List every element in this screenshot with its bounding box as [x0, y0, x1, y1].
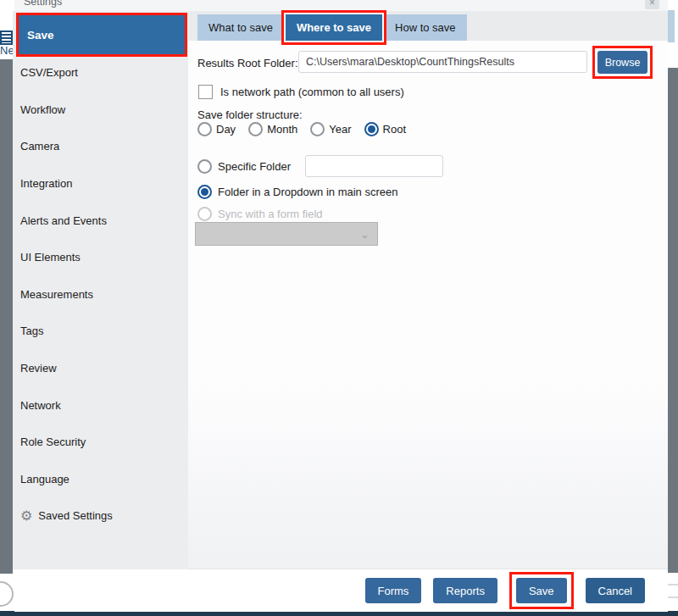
sidebar-item-saved-settings[interactable]: ⚙ Saved Settings — [13, 497, 188, 535]
folder-dropdown-label: Folder in a Dropdown in main screen — [218, 186, 397, 198]
sidebar-item-review[interactable]: Review — [13, 350, 188, 387]
sidebar-item-workflow[interactable]: Workflow — [13, 92, 188, 129]
radio-month — [248, 122, 263, 136]
sidebar-item-camera[interactable]: Camera — [13, 128, 188, 165]
results-root-folder-input[interactable] — [298, 51, 587, 73]
background-panel-fragment — [668, 10, 675, 42]
browse-annotation-box: Browse — [592, 46, 653, 79]
save-annotation-box: Save — [509, 572, 574, 609]
settings-dialog-screen: Nex Settings × Save CSV/Export Workflow … — [0, 0, 678, 616]
radio-day — [197, 122, 212, 136]
sidebar-item-ui-elements[interactable]: UI Elements — [13, 239, 188, 276]
radio-option-day[interactable]: Day — [197, 122, 236, 136]
radio-specific-folder[interactable] — [197, 159, 212, 174]
form-icon — [0, 31, 13, 45]
sidebar-item-integration[interactable]: Integration — [13, 165, 188, 203]
settings-sidebar: Save CSV/Export Workflow Camera Integrat… — [13, 11, 188, 569]
chevron-down-icon: ⌄ — [360, 229, 370, 240]
results-root-folder-label: Results Root Folder: — [197, 57, 298, 69]
network-path-label: Is network path (common to all users) — [220, 86, 404, 98]
form-field-select: ⌄ — [195, 222, 378, 246]
sync-form-field-label: Sync with a form field — [218, 208, 323, 220]
reports-button[interactable]: Reports — [433, 578, 497, 603]
close-icon[interactable]: × — [645, 0, 659, 9]
folder-structure-label: Save folder structure: — [197, 108, 303, 121]
background-circle-control — [0, 581, 14, 607]
sync-form-field-row: Sync with a form field — [197, 207, 323, 221]
radio-option-year[interactable]: Year — [310, 122, 351, 136]
sidebar-item-network[interactable]: Network — [13, 386, 188, 424]
dialog-footer: Forms Reports Save Cancel — [14, 569, 668, 612]
save-button[interactable]: Save — [516, 578, 567, 603]
radio-option-root[interactable]: Root — [364, 122, 406, 136]
radio-year — [310, 122, 325, 136]
folder-dropdown-row: Folder in a Dropdown in main screen — [197, 185, 397, 199]
sidebar-item-alerts-and-events[interactable]: Alerts and Events — [13, 202, 188, 239]
dialog-title: Settings — [24, 0, 62, 8]
where-to-save-panel: Results Root Folder: Browse Is network p… — [188, 41, 668, 569]
network-path-checkbox[interactable] — [198, 85, 213, 99]
sidebar-item-role-security[interactable]: Role Security — [13, 424, 188, 461]
forms-button[interactable]: Forms — [365, 578, 422, 603]
network-path-row: Is network path (common to all users) — [198, 85, 404, 99]
tab-where-to-save[interactable]: Where to save — [286, 14, 382, 41]
radio-option-month[interactable]: Month — [248, 122, 297, 136]
specific-folder-input[interactable] — [305, 155, 443, 177]
background-window-left-edge — [0, 59, 13, 574]
gear-icon: ⚙ — [20, 509, 32, 523]
sidebar-item-save[interactable]: Save — [19, 15, 185, 54]
specific-folder-label: Specific Folder — [218, 160, 291, 173]
browse-button[interactable]: Browse — [597, 51, 647, 74]
specific-folder-row: Specific Folder — [197, 155, 443, 177]
sidebar-item-language[interactable]: Language — [13, 461, 188, 498]
background-window-right-edge — [668, 68, 678, 573]
dialog-titlebar: Settings × — [14, 0, 668, 11]
sidebar-item-measurements[interactable]: Measurements — [13, 276, 188, 314]
folder-structure-options: Day Month Year Root — [197, 122, 406, 136]
sidebar-item-tags[interactable]: Tags — [13, 313, 188, 350]
radio-sync-form-field — [197, 207, 212, 221]
cancel-button[interactable]: Cancel — [586, 578, 645, 603]
radio-folder-dropdown[interactable] — [197, 185, 212, 199]
radio-root — [364, 122, 379, 136]
tab-how-to-save[interactable]: How to save — [384, 14, 467, 41]
tab-what-to-save[interactable]: What to save — [197, 14, 284, 41]
sidebar-item-csv-export[interactable]: CSV/Export — [13, 54, 188, 92]
save-tabs-strip: What to save Where to save How to save — [188, 11, 668, 41]
